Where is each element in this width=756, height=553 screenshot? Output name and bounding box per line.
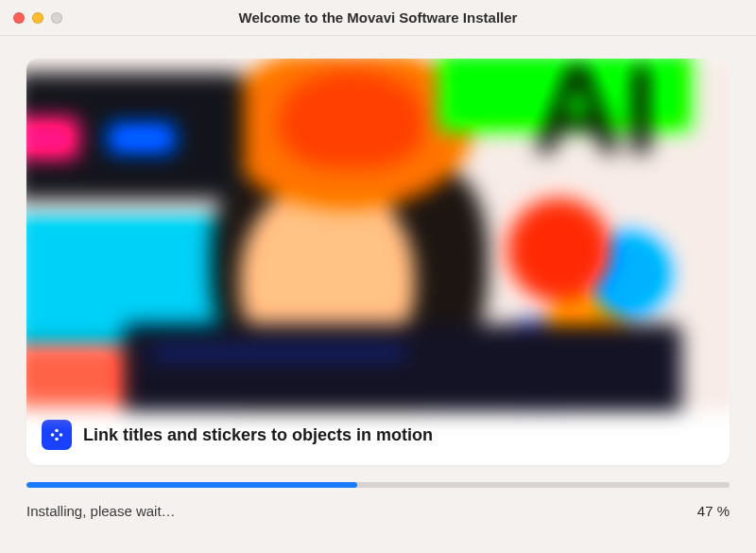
window-title: Welcome to the Movavi Software Installer: [0, 9, 756, 26]
content-area: AI Link titles and stickers to objects i…: [0, 36, 756, 465]
minimize-window-button[interactable]: [32, 12, 43, 24]
dots-icon: [48, 426, 65, 443]
progress-section: Installing, please wait… 47 %: [0, 465, 756, 519]
window-controls: [13, 12, 62, 24]
svg-point-3: [55, 438, 59, 441]
progress-bar: [26, 482, 730, 488]
progress-status-row: Installing, please wait… 47 %: [26, 503, 730, 519]
title-bar: Welcome to the Movavi Software Installer: [0, 0, 756, 36]
progress-fill: [26, 482, 357, 488]
movavi-app-icon: [42, 420, 72, 450]
close-window-button[interactable]: [13, 12, 25, 24]
svg-point-0: [55, 429, 59, 433]
feature-card: AI Link titles and stickers to objects i…: [26, 59, 730, 465]
feature-caption: Link titles and stickers to objects in m…: [83, 425, 433, 445]
progress-percent: 47 %: [697, 503, 730, 519]
maximize-window-button: [51, 12, 62, 24]
feature-hero-image: AI: [26, 59, 730, 412]
svg-point-1: [51, 433, 55, 437]
svg-point-2: [60, 433, 63, 437]
feature-caption-row: Link titles and stickers to objects in m…: [26, 406, 730, 465]
progress-status-text: Installing, please wait…: [26, 503, 176, 519]
